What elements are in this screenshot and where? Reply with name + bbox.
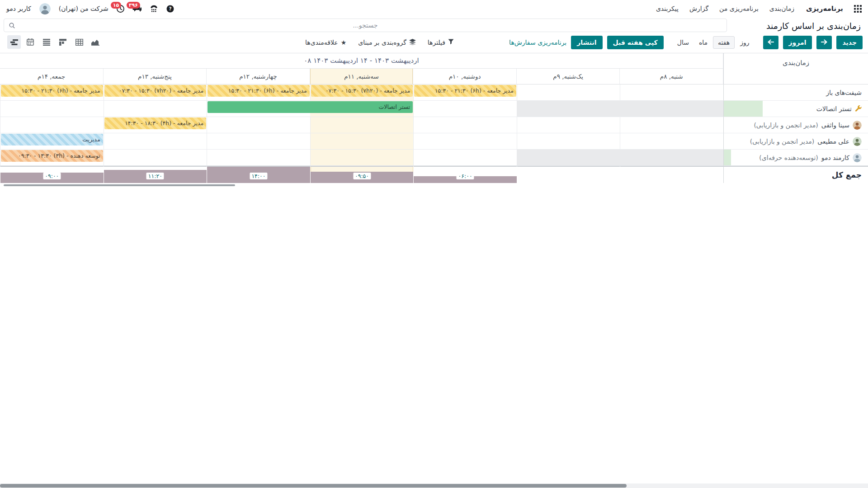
new-button[interactable]: جدید xyxy=(836,36,863,49)
gantt-cell-today[interactable] xyxy=(310,133,414,150)
publish-button[interactable]: انتشار xyxy=(571,36,602,49)
gantt-cell[interactable] xyxy=(517,117,620,133)
employee-avatar xyxy=(853,121,862,130)
shift-pill[interactable]: ۰۷:۳۰ - ۱۵:۳۰ (۷h۲۰) - مدیر جامعه xyxy=(104,85,207,97)
shift-pill[interactable]: ۰۷:۳۰ - ۱۵:۳۰ (۷h۲۰) - مدیر جامعه xyxy=(311,85,413,97)
scale-switcher: روز هفته ماه سال xyxy=(673,36,754,49)
gantt-cell[interactable] xyxy=(0,117,104,133)
total-cell-mon: ۰۶:۰۰ xyxy=(413,166,517,183)
shift-pill[interactable]: ۱۴:۳۰ - ۱۸:۳۰ (۴h) - مدیر جامعه xyxy=(104,117,207,129)
gantt-cell[interactable] xyxy=(413,150,517,166)
pivot-view-icon[interactable] xyxy=(72,35,86,49)
employee-avatar xyxy=(853,153,862,162)
shift-pill[interactable]: ۱۵:۳۰ - ۲۱:۳۰ (۶h) - مدیر جامعه xyxy=(208,85,310,97)
gantt-cell[interactable] xyxy=(207,133,310,150)
calendar-view-icon[interactable] xyxy=(24,35,37,49)
gantt-cell[interactable] xyxy=(207,117,310,133)
menu-schedule[interactable]: زمان‌بندی xyxy=(769,5,794,12)
gantt-cell-today[interactable] xyxy=(310,117,414,133)
gantt-cell[interactable]: ۱۵:۳۰ - ۲۱:۳۰ (۶h) - مدیر جامعه xyxy=(413,84,517,101)
gantt-cell[interactable] xyxy=(413,133,517,150)
filter-funnel-icon xyxy=(448,39,454,46)
gantt-cell[interactable] xyxy=(104,150,207,166)
gantt-cell-unavailable[interactable] xyxy=(517,150,620,166)
page-title: زمان‌بندی بر اساس کارمند xyxy=(766,21,861,31)
app-name[interactable]: برنامه‌ریزی xyxy=(806,5,843,13)
apps-grid-icon[interactable] xyxy=(854,5,862,13)
layers-icon xyxy=(409,39,416,47)
search-input[interactable] xyxy=(4,19,726,32)
gantt-cell[interactable]: ۱۵:۳۰ - ۲۱:۳۰ (۶h) - مدیر جامعه xyxy=(207,84,310,101)
gantt-cell[interactable]: ۱۴:۳۰ - ۱۸:۳۰ (۴h) - مدیر جامعه xyxy=(104,117,207,133)
gantt-cell[interactable] xyxy=(207,150,310,166)
row-label: شیفت‌های باز xyxy=(826,89,862,96)
menu-my-planning[interactable]: برنامه‌ریزی من xyxy=(719,5,759,12)
day-header-today: سه‌شنبه, ۱۱م xyxy=(310,69,414,84)
gantt-cell-unavailable[interactable] xyxy=(620,150,723,166)
row-header-employee-sina[interactable]: سینا واثقی (مدیر انجمن و بازاریابی) xyxy=(723,117,868,133)
gantt-cell[interactable] xyxy=(413,101,517,117)
day-header-fri: جمعه, ۱۴م xyxy=(0,69,104,84)
total-cell-sat xyxy=(620,166,723,183)
prev-period-button[interactable] xyxy=(816,36,832,49)
gantt-cell-today[interactable]: ۰۷:۳۰ - ۱۵:۳۰ (۷h۲۰) - مدیر جامعه xyxy=(310,84,414,101)
activities-clock-icon[interactable]: ۱۵ xyxy=(117,5,124,13)
gantt-cell-unavailable[interactable] xyxy=(620,101,723,117)
row-header-employee-ali[interactable]: علی مطیعی (مدیر انجمن و بازاریابی) xyxy=(723,133,868,150)
row-header-employee-demo[interactable]: کارمند دمو (توسعه‌دهنده حرفه‌ای) xyxy=(723,150,868,166)
gantt-cell[interactable]: ۰۷:۳۰ - ۱۵:۳۰ (۷h۲۰) - مدیر جامعه xyxy=(104,84,207,101)
menu-configuration[interactable]: پیکربندی xyxy=(656,5,679,12)
gantt-view-icon[interactable] xyxy=(7,35,21,49)
page-scrollbar-thumb[interactable] xyxy=(0,484,627,488)
shift-pill[interactable]: ۱۵:۳۰ - ۲۱:۳۰ (۶h) - مدیر جامعه xyxy=(1,85,103,97)
today-button[interactable]: امروز xyxy=(783,36,812,49)
total-value: ۰۹:۰۰ xyxy=(43,173,61,179)
user-name[interactable]: کاربر دمو xyxy=(6,5,31,12)
row-header-connection-tester[interactable]: تستر اتصالات xyxy=(723,101,868,117)
voip-phone-icon[interactable] xyxy=(150,5,158,13)
messages-icon[interactable]: ۳۹۶ xyxy=(132,5,142,13)
groupby-menu[interactable]: گروه‌بندی بر مبنای xyxy=(358,39,416,47)
shift-pill-green[interactable]: تستر اتصالات xyxy=(208,101,413,113)
shift-pill-orange[interactable]: ۰۹:۳۰ - ۱۳:۳۰ (۳h) - توسعه دهنده xyxy=(1,150,103,162)
gantt-cell[interactable] xyxy=(517,84,620,101)
gantt-cell-unavailable[interactable] xyxy=(517,101,620,117)
gantt-cell[interactable] xyxy=(0,101,104,117)
gantt-cell[interactable] xyxy=(104,101,207,117)
gantt-cell[interactable] xyxy=(413,117,517,133)
day-header-sun: یک‌شنبه, ۹م xyxy=(517,69,620,84)
gantt-horizontal-scrollbar[interactable] xyxy=(4,184,235,186)
kanban-view-icon[interactable] xyxy=(56,35,70,49)
next-period-button[interactable] xyxy=(763,36,778,49)
help-icon[interactable]: ? xyxy=(166,5,174,13)
user-avatar[interactable] xyxy=(39,3,51,14)
gantt-cell-span[interactable]: تستر اتصالات xyxy=(207,101,413,117)
gantt-cell-today[interactable] xyxy=(310,150,414,166)
scale-year[interactable]: سال xyxy=(673,37,693,48)
list-view-icon[interactable] xyxy=(40,35,53,49)
page-scrollbar-track xyxy=(0,483,868,488)
plan-orders-link[interactable]: برنامه‌ریزی سفارش‌ها xyxy=(509,39,566,46)
company-name[interactable]: شرکت من (تهران) xyxy=(59,5,108,12)
copy-previous-week-button[interactable]: کپی هفته قبل xyxy=(607,36,664,49)
favorites-menu[interactable]: ★ علاقه‌مندی‌ها xyxy=(305,39,346,46)
scale-month[interactable]: ماه xyxy=(694,37,712,48)
shift-pill[interactable]: ۱۵:۳۰ - ۲۱:۳۰ (۶h) - مدیر جامعه xyxy=(414,85,516,97)
gantt-cell[interactable] xyxy=(620,84,723,101)
gantt-cell[interactable] xyxy=(517,133,620,150)
gantt-cell[interactable] xyxy=(620,133,723,150)
day-header-mon: دوشنبه, ۱۰م xyxy=(413,69,517,84)
gantt-cell[interactable]: ۰۹:۳۰ - ۱۳:۳۰ (۳h) - توسعه دهنده xyxy=(0,150,104,166)
scale-day[interactable]: روز xyxy=(736,37,754,48)
gantt-cell[interactable] xyxy=(620,117,723,133)
gantt-cell[interactable]: مدیریت xyxy=(0,133,104,150)
activities-badge: ۱۵ xyxy=(111,2,121,9)
gantt-cell[interactable]: ۱۵:۳۰ - ۲۱:۳۰ (۶h) - مدیر جامعه xyxy=(0,84,104,101)
filters-menu[interactable]: فیلترها xyxy=(428,39,454,46)
graph-view-icon[interactable] xyxy=(89,35,102,49)
shift-pill-blue[interactable]: مدیریت xyxy=(1,134,103,145)
scale-week[interactable]: هفته xyxy=(713,36,735,49)
row-header-open-shifts[interactable]: شیفت‌های باز xyxy=(723,84,868,101)
gantt-cell[interactable] xyxy=(104,133,207,150)
menu-reporting[interactable]: گزارش xyxy=(689,5,708,12)
